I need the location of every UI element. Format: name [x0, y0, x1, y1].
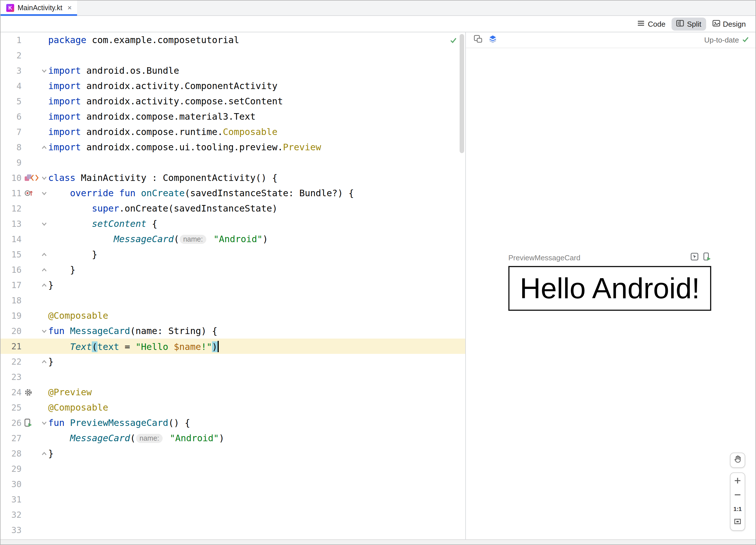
code-text[interactable]: import android.os.Bundle: [48, 65, 179, 76]
override-method-icon[interactable]: [24, 189, 33, 197]
mode-split-button[interactable]: Split: [672, 17, 706, 30]
line-number[interactable]: 5: [0, 96, 22, 106]
code-text[interactable]: fun PreviewMessageCard() {: [48, 417, 190, 428]
line-number[interactable]: 2: [0, 50, 22, 60]
code-text[interactable]: override fun onCreate(savedInstanceState…: [48, 188, 354, 198]
code-line[interactable]: 3import android.os.Bundle: [0, 63, 465, 78]
code-line[interactable]: 13 setContent {: [0, 216, 465, 231]
line-number[interactable]: 15: [0, 249, 22, 259]
run-on-device-icon[interactable]: [703, 252, 711, 263]
code-text[interactable]: package com.example.composetutorial: [48, 35, 239, 45]
fold-collapse-icon[interactable]: [40, 420, 48, 426]
zoom-to-fit-button[interactable]: [730, 515, 745, 529]
code-line[interactable]: 1package com.example.composetutorial: [0, 32, 465, 48]
code-text[interactable]: Text(text = "Hello $name!"): [48, 341, 218, 352]
code-line[interactable]: 24@Preview: [0, 385, 465, 400]
zoom-100-button[interactable]: 1:1: [734, 502, 742, 515]
code-text[interactable]: fun MessageCard(name: String) {: [48, 326, 217, 336]
tab-mainactivity[interactable]: MainActivity.kt ×: [0, 0, 77, 15]
code-line[interactable]: 12 super.onCreate(savedInstanceState): [0, 201, 465, 216]
line-number[interactable]: 18: [0, 295, 22, 306]
code-line[interactable]: 8import androidx.compose.ui.tooling.prev…: [0, 139, 465, 155]
fold-collapse-icon[interactable]: [40, 328, 48, 334]
line-number[interactable]: 12: [0, 203, 22, 213]
mode-design-button[interactable]: Design: [708, 17, 750, 30]
line-number[interactable]: 1: [0, 35, 22, 45]
fold-expand-icon[interactable]: [40, 267, 48, 272]
fold-expand-icon[interactable]: [40, 144, 48, 150]
code-line[interactable]: 2: [0, 48, 465, 63]
line-number[interactable]: 29: [0, 464, 22, 474]
code-text[interactable]: }: [48, 264, 75, 275]
fold-expand-icon[interactable]: [40, 359, 48, 364]
line-number[interactable]: 9: [0, 157, 22, 167]
code-line[interactable]: 15 }: [0, 247, 465, 262]
code-line[interactable]: 31: [0, 492, 465, 507]
line-number[interactable]: 8: [0, 142, 22, 152]
layers-icon[interactable]: [489, 35, 497, 45]
compose-preview-frame[interactable]: Hello Android!: [508, 266, 711, 311]
code-editor[interactable]: 1package com.example.composetutorial23im…: [0, 32, 465, 539]
zoom-in-button[interactable]: [730, 474, 745, 488]
code-line[interactable]: 19@Composable: [0, 308, 465, 323]
line-number[interactable]: 3: [0, 65, 22, 76]
code-line[interactable]: 18: [0, 293, 465, 308]
code-line[interactable]: 6import androidx.compose.material3.Text: [0, 109, 465, 124]
fold-expand-icon[interactable]: [40, 451, 48, 456]
code-line[interactable]: 30: [0, 476, 465, 492]
code-line[interactable]: 16 }: [0, 262, 465, 277]
code-line[interactable]: 10class MainActivity : ComponentActivity…: [0, 170, 465, 185]
code-line[interactable]: 25@Composable: [0, 400, 465, 415]
fold-collapse-icon[interactable]: [40, 175, 48, 181]
line-number[interactable]: 10: [0, 173, 22, 183]
fold-expand-icon[interactable]: [40, 251, 48, 257]
line-number[interactable]: 30: [0, 479, 22, 489]
line-number[interactable]: 22: [0, 357, 22, 367]
line-number[interactable]: 23: [0, 372, 22, 382]
code-line[interactable]: 5import androidx.activity.compose.setCon…: [0, 94, 465, 109]
run-preview-on-device-icon[interactable]: [24, 419, 32, 427]
code-line[interactable]: 29: [0, 461, 465, 476]
code-text[interactable]: }: [48, 448, 54, 459]
preview-settings-gear-icon[interactable]: [24, 388, 32, 396]
code-text[interactable]: class MainActivity : ComponentActivity()…: [48, 172, 277, 183]
line-number[interactable]: 7: [0, 127, 22, 137]
line-number[interactable]: 32: [0, 510, 22, 520]
ui-check-mode-icon[interactable]: [474, 35, 482, 45]
line-number[interactable]: 28: [0, 448, 22, 459]
code-text[interactable]: }: [48, 280, 54, 291]
code-line[interactable]: 33: [0, 522, 465, 538]
inspection-status-icon[interactable]: [449, 36, 457, 46]
line-number[interactable]: 17: [0, 280, 22, 290]
code-text[interactable]: @Composable: [48, 310, 108, 321]
code-text[interactable]: @Preview: [48, 387, 92, 398]
code-line[interactable]: 26fun PreviewMessageCard() {: [0, 415, 465, 431]
code-text[interactable]: MessageCard(name: "Android"): [48, 234, 268, 244]
interactive-mode-icon[interactable]: [690, 252, 699, 263]
editor-scrollbar[interactable]: [460, 34, 464, 153]
line-number[interactable]: 19: [0, 311, 22, 321]
code-line[interactable]: 11 override fun onCreate(savedInstanceSt…: [0, 185, 465, 201]
line-number[interactable]: 13: [0, 218, 22, 229]
line-number[interactable]: 25: [0, 402, 22, 413]
line-number[interactable]: 14: [0, 234, 22, 244]
line-number[interactable]: 16: [0, 264, 22, 275]
code-line[interactable]: 27 MessageCard(name: "Android"): [0, 431, 465, 446]
code-line[interactable]: 7import androidx.compose.runtime.Composa…: [0, 124, 465, 139]
line-number[interactable]: 24: [0, 387, 22, 397]
mode-code-button[interactable]: Code: [632, 17, 670, 30]
code-tag-icon[interactable]: [31, 175, 39, 181]
code-line[interactable]: 20fun MessageCard(name: String) {: [0, 323, 465, 339]
code-line[interactable]: 17}: [0, 277, 465, 293]
fold-collapse-icon[interactable]: [40, 221, 48, 226]
line-number[interactable]: 26: [0, 418, 22, 428]
line-number[interactable]: 6: [0, 111, 22, 122]
code-text[interactable]: MessageCard(name: "Android"): [48, 433, 224, 444]
pan-tool-button[interactable]: [730, 453, 745, 468]
code-text[interactable]: @Composable: [48, 402, 108, 413]
code-line[interactable]: 4import androidx.activity.ComponentActiv…: [0, 78, 465, 94]
line-number[interactable]: 27: [0, 433, 22, 443]
code-line[interactable]: 32: [0, 507, 465, 522]
code-line[interactable]: 28}: [0, 446, 465, 461]
code-line[interactable]: 21 Text(text = "Hello $name!"): [0, 339, 465, 354]
